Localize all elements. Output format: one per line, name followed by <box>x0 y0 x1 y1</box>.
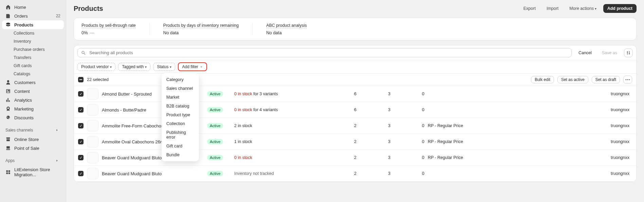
table-row[interactable]: Almond Butter - Sprouted Active 0 in sto… <box>74 86 636 102</box>
sidebar-item-label: Catalogs <box>14 72 60 76</box>
search-box[interactable] <box>77 48 572 57</box>
vendor-cell: truongnxx <box>485 92 632 96</box>
status-cell: Active <box>207 171 231 176</box>
status-badge: Active <box>207 123 223 128</box>
filter-option-gift-card[interactable]: Gift card <box>162 142 199 150</box>
filter-tagged-with[interactable]: Tagged with▾ <box>118 63 150 71</box>
sidebar-item-label: Point of Sale <box>14 146 60 151</box>
product-thumbnail <box>87 104 98 116</box>
stock-cell: 0 in stock for 3 variants <box>234 92 323 96</box>
status-cell: Active <box>207 123 231 128</box>
add-product-button[interactable]: Add product <box>603 4 637 13</box>
chevron-right-icon[interactable] <box>54 157 60 164</box>
vendor-cell: truongnxx <box>485 171 632 176</box>
row-checkbox[interactable] <box>78 123 84 128</box>
filter-status[interactable]: Status▾ <box>153 63 175 71</box>
status-badge: Active <box>207 107 223 113</box>
num-cell-3: 0 <box>394 171 424 176</box>
filter-product-vendor[interactable]: Product vendor▾ <box>77 63 115 71</box>
sidebar-item-content[interactable]: Content <box>2 87 64 96</box>
num-cell-3: 0 <box>394 123 424 128</box>
sidebar-item-catalogs[interactable]: Catalogs <box>2 70 64 78</box>
filter-option-market[interactable]: Market <box>162 93 199 102</box>
cancel-button[interactable]: Cancel <box>575 49 595 57</box>
filter-option-sales-channel[interactable]: Sales channel <box>162 84 199 93</box>
row-checkbox[interactable] <box>78 107 84 113</box>
table-row[interactable]: Beaver Guard Mudguard Bluto Active 0 in … <box>74 150 636 166</box>
search-input[interactable] <box>89 50 568 56</box>
stock-cell: 0 in stock <box>234 155 323 160</box>
sidebar-item-online-store[interactable]: Online Store <box>2 135 64 144</box>
sidebar: Home Orders 22 Products Collections Inve… <box>0 0 66 202</box>
sidebar-item-analytics[interactable]: Analytics <box>2 96 64 104</box>
sidebar-item-discounts[interactable]: Discounts <box>2 113 64 122</box>
metric-abc[interactable]: ABC product analysis No data <box>266 23 320 35</box>
add-filter-button[interactable]: Add filter＋ <box>178 62 207 71</box>
stock-cell: 2 in stock <box>234 123 323 128</box>
filter-label: Product vendor <box>81 64 109 69</box>
row-checkbox[interactable] <box>78 91 84 97</box>
metric-label: Products by days of inventory remaining <box>163 23 239 28</box>
plus-icon: ＋ <box>200 64 203 69</box>
filter-option-b2b-catalog[interactable]: B2B catalog <box>162 102 199 110</box>
sidebar-item-purchase-orders[interactable]: Purchase orders <box>2 45 64 54</box>
chevron-down-icon: ▾ <box>145 65 147 69</box>
set-draft-button[interactable]: Set as draft <box>592 76 620 83</box>
metrics-card: Products by sell-through rate 0%— Produc… <box>74 18 637 40</box>
sales-channels-heading: Sales channels <box>2 122 64 135</box>
sidebar-item-app[interactable]: LitExtension Store Migration... <box>2 165 64 179</box>
sidebar-item-home[interactable]: Home <box>2 3 64 12</box>
sidebar-item-label: Home <box>14 5 60 10</box>
row-checkbox[interactable] <box>78 139 84 144</box>
more-actions-button[interactable]: More actions <box>565 4 600 13</box>
chevron-down-icon: ▾ <box>170 65 171 69</box>
apps-label: Apps <box>5 158 15 163</box>
sidebar-item-label: Gift cards <box>14 63 60 68</box>
sidebar-item-point-of-sale[interactable]: Point of Sale <box>2 144 64 153</box>
sidebar-item-label: LitExtension Store Migration... <box>14 167 60 177</box>
export-button[interactable]: Export <box>519 4 540 13</box>
save-as-button[interactable]: Save as <box>599 49 621 57</box>
select-all-checkbox[interactable] <box>78 77 84 82</box>
filter-option-collection[interactable]: Collection <box>162 119 199 128</box>
set-active-button[interactable]: Set as active <box>557 76 588 83</box>
sidebar-item-products[interactable]: Products <box>2 20 64 29</box>
sidebar-item-inventory[interactable]: Inventory <box>2 37 64 45</box>
filter-option-category[interactable]: Category <box>162 75 199 84</box>
num-cell-2: 3 <box>360 92 390 96</box>
row-checkbox[interactable] <box>78 171 84 176</box>
marketing-icon <box>5 106 11 112</box>
num-cell-3: 0 <box>394 155 424 160</box>
more-bulk-actions-button[interactable] <box>623 76 632 84</box>
table-row[interactable]: Beaver Guard Mudguard Bluto Active Inven… <box>74 166 636 182</box>
filter-option-product-type[interactable]: Product type <box>162 110 199 119</box>
metric-days-inventory[interactable]: Products by days of inventory remaining … <box>163 23 253 35</box>
sidebar-item-orders[interactable]: Orders 22 <box>2 12 64 20</box>
import-button[interactable]: Import <box>542 4 563 13</box>
search-row: Cancel Save as <box>74 45 636 60</box>
sidebar-item-transfers[interactable]: Transfers <box>2 54 64 62</box>
filter-label: Tagged with <box>122 64 144 69</box>
table-row[interactable]: Almonds - Butte/Padre Active 0 in stock … <box>74 102 636 118</box>
store-icon <box>5 137 11 142</box>
content-icon <box>5 88 11 94</box>
table-row[interactable]: Ammolite Oval Cabochons 26mm Active 1 in… <box>74 134 636 150</box>
metric-sell-through[interactable]: Products by sell-through rate 0%— <box>81 23 150 35</box>
sidebar-item-collections[interactable]: Collections <box>2 29 64 37</box>
sort-button[interactable] <box>624 48 633 57</box>
product-name[interactable]: Beaver Guard Mudguard Bluto <box>102 171 204 176</box>
filter-option-bundle[interactable]: Bundle <box>162 150 199 159</box>
num-cell-1: 2 <box>326 171 356 176</box>
sidebar-item-gift-cards[interactable]: Gift cards <box>2 62 64 70</box>
table-row[interactable]: Ammolite Free-Form Cabochons Active 2 in… <box>74 118 636 134</box>
product-thumbnail <box>87 120 98 132</box>
vendor-cell: truongnxx <box>485 123 632 128</box>
num-cell-1: 2 <box>326 123 356 128</box>
chevron-right-icon[interactable] <box>54 127 60 134</box>
row-checkbox[interactable] <box>78 155 84 160</box>
sidebar-item-marketing[interactable]: Marketing <box>2 104 64 113</box>
search-icon <box>81 50 86 55</box>
filter-option-publishing-error[interactable]: Publishing error <box>162 128 199 142</box>
bulk-edit-button[interactable]: Bulk edit <box>531 76 554 83</box>
sidebar-item-customers[interactable]: Customers <box>2 78 64 87</box>
